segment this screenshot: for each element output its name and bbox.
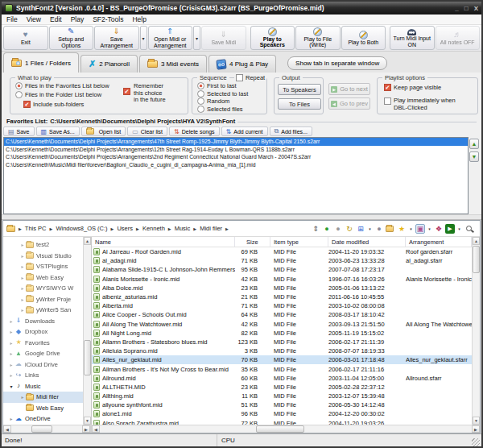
favorites-clear-list-button[interactable]: ▭Clear list <box>127 127 167 136</box>
view-icon[interactable]: ⊞ <box>356 224 365 234</box>
column-header-date-modified[interactable]: Date modified <box>328 237 406 247</box>
radio-sequence-first-to-last[interactable]: First to last <box>197 82 237 89</box>
exit-button[interactable]: ♥Exit <box>3 26 48 50</box>
checkbox-include-subfolders[interactable]: ✔ Include sub-folders <box>23 101 84 108</box>
tree-item-google-drive[interactable]: ▸▲Google Drive <box>3 348 83 359</box>
favorites-list-item[interactable]: C:\Users\Kenneth\Documents\Delphi Projec… <box>4 153 468 161</box>
star-dropdown-icon[interactable]: ▾ <box>408 224 414 234</box>
scroll-left-icon[interactable]: ◀ <box>92 425 100 433</box>
radio-sequence-selected-to-last[interactable]: Selected to last <box>197 90 248 97</box>
close-button[interactable]: X <box>474 5 478 12</box>
minimize-button[interactable]: _ <box>455 5 458 12</box>
table-row[interactable]: All Night Long.mid82 KBMID File2005-11-1… <box>92 329 472 338</box>
collapse-arrow-icon[interactable]: ▾ <box>8 384 14 389</box>
favorites-delete-songs-button[interactable]: ⇅Delete songs <box>169 127 220 136</box>
dropdown-arrow-icon[interactable]: ▾ <box>140 26 147 50</box>
expand-arrow-icon[interactable]: ▸ <box>19 242 26 247</box>
image-icon[interactable]: ▣ <box>415 224 425 234</box>
scroll-left-icon[interactable]: ◀ <box>3 425 11 433</box>
breadcrumb-item-this-pc[interactable]: This PC <box>23 224 48 233</box>
table-row[interactable]: alone1.mid96 KBMID File2004-12-20 00:30:… <box>92 409 472 418</box>
move-up-button[interactable]: ▲ <box>469 139 479 149</box>
favorites-open-list-button[interactable]: Open list <box>81 127 126 136</box>
splitter[interactable] <box>2 214 481 220</box>
column-header-size[interactable]: Size <box>235 237 270 247</box>
tree-item-wysiwyg-w[interactable]: ▸WYSIWYG W <box>3 283 83 294</box>
tree-item-visual-studio[interactable]: ▸Visual Studio <box>3 251 83 262</box>
table-row[interactable]: Alice Cooper - Schools Out.mid64 KBMID F… <box>92 310 472 319</box>
tree-item-midi-filer[interactable]: ▸Midi filer <box>3 392 83 403</box>
table-row[interactable]: albeniz_asturias.mid21 KBMID File2011-06… <box>92 292 472 301</box>
table-row[interactable]: Allman Brothers - It's Not My Cross to B… <box>92 364 472 373</box>
table-row[interactable]: al_adagi.mid71 KBMID File2003-06-23 13:3… <box>92 256 472 265</box>
menu-item-view[interactable]: View <box>27 15 41 23</box>
menu-item-help[interactable]: Help <box>132 15 146 23</box>
expand-arrow-icon[interactable]: ▸ <box>19 394 26 400</box>
colors-icon[interactable]: ❖ <box>434 224 444 234</box>
checkbox-repeat[interactable]: Repeat <box>234 74 266 81</box>
show-tab-separate-window-button[interactable]: Show tab in separate window <box>287 56 387 70</box>
resize-grip[interactable] <box>472 438 480 446</box>
favorites-save-button[interactable]: ▤Save <box>3 127 35 136</box>
menu-item-sf2-tools[interactable]: SF2-Tools <box>93 15 123 23</box>
tab-4-plug-play[interactable]: GO4 Plug & Play <box>208 55 276 73</box>
table-row[interactable]: Alabama Slide-1915-C L Johnson-John Remm… <box>92 265 472 274</box>
column-header-arrangement[interactable]: Arrangement <box>406 237 472 247</box>
expand-arrow-icon[interactable]: ▸ <box>8 318 14 324</box>
expand-arrow-icon[interactable]: ▸ <box>8 362 14 367</box>
back-icon[interactable]: ● <box>322 224 332 234</box>
table-row[interactable]: Allthing.mid11 KBMID File2003-12-07 15:3… <box>92 392 472 400</box>
tree-item-downloads[interactable]: ▸⇓Downloads <box>3 316 83 327</box>
expand-arrow-icon[interactable]: ▸ <box>8 416 14 421</box>
table-row[interactable]: Alanis Morissette - Ironic.mid42 KBMID F… <box>92 275 472 284</box>
tree-item-links[interactable]: ▸↪Links <box>3 370 83 381</box>
table-row[interactable]: Allround.mid60 KBMID File2003-11-04 12:0… <box>92 374 472 383</box>
breadcrumb-item-kenneth[interactable]: Kenneth <box>141 224 167 233</box>
setup-and-options-button[interactable]: ✎Setup and Options <box>49 26 94 50</box>
table-row[interactable]: Allamn Brothers - Statesboro blues.mid12… <box>92 338 472 346</box>
scroll-thumb[interactable] <box>473 246 480 273</box>
checkbox-keep-page-visible[interactable]: ✔ Keep page visible <box>384 84 441 91</box>
favorites-add-current-button[interactable]: ⇅Add current <box>221 127 268 136</box>
favorites-save-as--button[interactable]: ▥Save As... <box>36 127 80 136</box>
expand-arrow-icon[interactable]: ▸ <box>8 351 14 356</box>
favorites-list-item[interactable]: C:\Users\Kenneth\Documents\Delphi Projec… <box>4 138 468 146</box>
refresh-icon[interactable]: ↻ <box>345 224 354 234</box>
tree-vertical-scrollbar[interactable]: ▲ ▼ <box>83 237 91 425</box>
go-to-next-button[interactable]: ▶ Go to next <box>328 83 370 95</box>
menu-item-file[interactable]: File <box>6 15 18 23</box>
tree-item-ywriter-proje[interactable]: ▸yWriter Proje <box>3 294 83 305</box>
open-midi-or-arrangement-button[interactable]: ⇑Open Midi or Arrangement <box>148 26 193 50</box>
play-dropdown-icon[interactable]: ▾ <box>456 224 462 234</box>
menu-item-play[interactable]: Play <box>71 15 85 23</box>
image-dropdown-icon[interactable]: ▾ <box>427 224 432 234</box>
table-row[interactable]: Alles_nur_geklaut.mid70 KBMID File2006-0… <box>92 355 472 364</box>
column-header-item-type[interactable]: Item type <box>270 237 328 247</box>
to-files-button[interactable]: To Files <box>278 98 321 110</box>
expand-arrow-icon[interactable]: ▸ <box>8 372 14 378</box>
table-row[interactable]: Alleluia Soprano.mid3 KBMID File2008-07-… <box>92 346 472 355</box>
expand-arrow-icon[interactable]: ▸ <box>19 275 26 280</box>
tree-item-icloud-drive[interactable]: ▸☁iCloud Drive <box>3 359 83 371</box>
radio-files-folder[interactable]: Files in the Folder List below <box>15 91 101 98</box>
checkbox-play-immediately[interactable]: Play immediately when DBL-Clicked <box>384 97 456 111</box>
all-notes-off-button[interactable]: ♬All notes OFF <box>436 26 481 50</box>
table-row[interactable]: Alba Dolce.mid23 KBMID File2005-01-06 13… <box>92 284 472 292</box>
breadcrumb-item-windows8-os-c-[interactable]: Windows8_OS (C:) <box>54 224 109 233</box>
breadcrumb-item-midi-filer[interactable]: Midi filer <box>198 224 224 233</box>
favorites-list-item[interactable]: C:\Users\Kenneth\Documents\Delphi Projec… <box>4 146 468 154</box>
play-to-speakers-button[interactable]: Play to Speakers <box>250 26 295 50</box>
favorites-add-files--button[interactable]: ⧉Add files... <box>270 127 312 136</box>
checkbox-remember[interactable]: ✔ <box>123 88 130 95</box>
go-to-prev-button[interactable]: ◀ Go to prev <box>328 97 370 110</box>
scroll-down-icon[interactable]: ▼ <box>84 417 91 425</box>
scroll-thumb[interactable] <box>84 340 91 375</box>
scroll-thumb[interactable] <box>31 425 52 433</box>
expand-arrow-icon[interactable]: ▸ <box>19 307 26 313</box>
tree-item-dropbox[interactable]: ▸◆Dropbox <box>3 326 83 338</box>
table-row[interactable]: ALLTHETH.MID23 KBMID File2005-02-28 22:3… <box>92 383 472 392</box>
view-dropdown-icon[interactable]: ▾ <box>367 224 373 234</box>
scroll-up-icon[interactable]: ▲ <box>473 237 480 245</box>
updown-icon[interactable]: ⇕ <box>311 224 320 234</box>
tree-item-favorites[interactable]: ▸★Favorites <box>3 338 83 349</box>
